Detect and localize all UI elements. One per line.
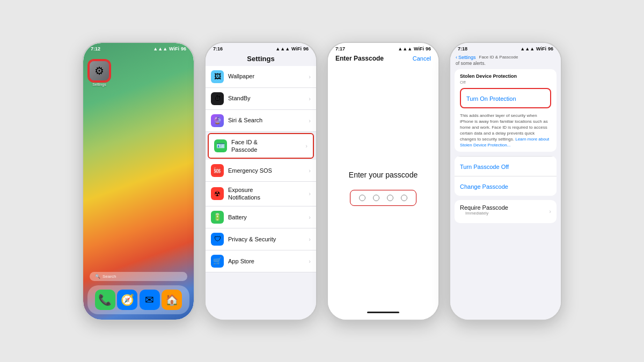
passcode-body: Enter your passcode: [328, 65, 438, 312]
battery-icon-2: 96: [303, 46, 309, 51]
settings-item-exposure[interactable]: ☢ ExposureNotifications ›: [206, 182, 316, 206]
passcode-cancel-btn[interactable]: Cancel: [413, 55, 431, 62]
faceid-settings-content: 7:18 ▲▲▲ WiFi 96 ‹ Settings Face ID & Pa…: [450, 43, 561, 320]
appstore-icon: 🛒: [211, 255, 224, 268]
home-icons-grid: ⚙ Settings: [83, 53, 194, 272]
exposure-label: ExposureNotifications: [228, 186, 309, 202]
screenshots-row: 7:12 ▲▲▲ WiFi 96 ⚙ Settings 🔍 Search: [71, 31, 573, 331]
require-passcode-label: Require Passcode: [460, 204, 508, 211]
privacy-label: Privacy & Security: [228, 235, 309, 243]
settings-item-appstore[interactable]: 🛒 App Store ›: [206, 250, 316, 272]
require-passcode-block: Require Passcode Immediately ›: [455, 200, 557, 223]
phone-4-faceid-settings: 7:18 ▲▲▲ WiFi 96 ‹ Settings Face ID & Pa…: [449, 42, 562, 321]
settings-item-wallpaper[interactable]: 🖼 Wallpaper ›: [206, 66, 316, 88]
faceid-subtitle: of some alerts.: [456, 61, 555, 66]
signal-icon-4: ▲▲▲: [520, 46, 535, 51]
search-bar[interactable]: 🔍 Search: [90, 272, 187, 281]
siri-chevron: ›: [309, 117, 311, 124]
require-passcode-sublabel: Immediately: [460, 211, 508, 219]
turn-on-btn-label: Turn On Protection: [466, 95, 516, 102]
settings-item-faceid[interactable]: 🪪 Face ID &Passcode ›: [208, 133, 314, 159]
turn-passcode-off-btn[interactable]: Turn Passcode Off: [455, 156, 557, 176]
settings-item-battery[interactable]: 🔋 Battery ›: [206, 206, 316, 228]
battery-icon-1: 96: [181, 46, 186, 51]
standby-label: StandBy: [228, 94, 309, 102]
time-3: 7:17: [335, 46, 345, 51]
phone-app[interactable]: 📞: [95, 290, 115, 310]
home-indicator-3: [367, 312, 399, 313]
home-app[interactable]: 🏠: [162, 290, 182, 310]
passcode-prompt: Enter your passcode: [349, 171, 418, 179]
phone-2-settings: 7:16 ▲▲▲ WiFi 96 Settings 🖼 Wallpaper › …: [204, 42, 317, 321]
time-2: 7:16: [213, 46, 223, 51]
require-passcode-row[interactable]: Require Passcode Immediately ›: [455, 200, 557, 223]
faceid-label: Face ID &Passcode: [231, 138, 305, 154]
require-passcode-info: Require Passcode Immediately: [460, 204, 508, 219]
passcode-dot-1: [359, 195, 365, 201]
exposure-icon: ☢: [211, 187, 224, 200]
faceid-body: Stolen Device Protection Off Turn On Pro…: [450, 69, 561, 320]
turn-on-protection-btn[interactable]: Turn On Protection: [460, 88, 551, 108]
settings-item-siri[interactable]: 🔮 Siri & Search ›: [206, 110, 316, 132]
wifi-icon-4: WiFi: [536, 46, 546, 51]
wallpaper-chevron: ›: [309, 73, 311, 80]
battery-icon-3: 96: [426, 46, 431, 51]
protection-description: This adds another layer of security when…: [455, 113, 557, 152]
status-icons-1: ▲▲▲ WiFi 96: [153, 46, 186, 51]
stolen-protection-status: Off: [455, 80, 557, 88]
settings-nav-title: Settings: [206, 53, 316, 66]
signal-icon-3: ▲▲▲: [398, 46, 412, 51]
settings-app-label: Settings: [92, 83, 106, 86]
mail-app[interactable]: ✉: [140, 290, 160, 310]
home-content: 7:12 ▲▲▲ WiFi 96 ⚙ Settings 🔍 Search: [83, 43, 194, 320]
safari-app[interactable]: 🧭: [117, 290, 137, 310]
standby-icon: ⏱: [211, 92, 224, 105]
breadcrumb[interactable]: ‹ Settings Face ID & Passcode: [456, 55, 555, 60]
settings-item-privacy[interactable]: 🛡 Privacy & Security ›: [206, 228, 316, 250]
settings-app-icon[interactable]: ⚙: [89, 60, 110, 82]
settings-app[interactable]: ⚙ Settings: [89, 60, 110, 86]
settings-item-sos[interactable]: 🆘 Emergency SOS ›: [206, 160, 316, 182]
battery-icon: 🔋: [211, 211, 224, 224]
passcode-dots-container: [350, 190, 416, 206]
signal-icon-2: ▲▲▲: [275, 46, 290, 51]
appstore-chevron: ›: [309, 258, 311, 264]
stolen-protection-title: Stolen Device Protection: [455, 69, 557, 80]
sos-label: Emergency SOS: [228, 167, 309, 174]
passcode-dot-2: [373, 195, 379, 201]
faceid-chevron: ›: [305, 143, 308, 149]
breadcrumb-separator: Face ID & Passcode: [479, 55, 518, 60]
sos-icon: 🆘: [211, 164, 224, 177]
battery-icon-4: 96: [548, 46, 553, 51]
settings-item-standby[interactable]: ⏱ StandBy ›: [206, 88, 316, 110]
faceid-icon: 🪪: [214, 139, 227, 152]
change-passcode-btn[interactable]: Change Passcode: [455, 176, 557, 196]
wallpaper-icon: 🖼: [211, 70, 224, 83]
breadcrumb-settings: Settings: [458, 55, 476, 60]
dock: 📞 🧭 ✉ 🏠: [87, 285, 189, 314]
turn-passcode-off-label: Turn Passcode Off: [460, 164, 509, 170]
change-passcode-label: Change Passcode: [460, 183, 508, 190]
passcode-content: 7:17 ▲▲▲ WiFi 96 Enter Passcode Cancel E…: [328, 43, 438, 320]
settings-list: 🖼 Wallpaper › ⏱ StandBy › 🔮 Siri & Searc…: [206, 66, 316, 320]
battery-chevron: ›: [309, 214, 311, 220]
status-icons-4: ▲▲▲ WiFi 96: [520, 46, 553, 51]
privacy-chevron: ›: [309, 236, 311, 242]
phone-1-home: 7:12 ▲▲▲ WiFi 96 ⚙ Settings 🔍 Search: [82, 42, 195, 321]
search-icon: 🔍: [95, 274, 100, 279]
wallpaper-label: Wallpaper: [228, 72, 309, 80]
settings-content: 7:16 ▲▲▲ WiFi 96 Settings 🖼 Wallpaper › …: [206, 43, 316, 320]
status-bar-2: 7:16 ▲▲▲ WiFi 96: [206, 43, 316, 53]
wifi-icon-2: WiFi: [291, 46, 302, 51]
exposure-chevron: ›: [309, 190, 311, 197]
status-bar-1: 7:12 ▲▲▲ WiFi 96: [83, 43, 194, 53]
standby-chevron: ›: [309, 95, 311, 102]
passcode-nav: Enter Passcode Cancel: [328, 53, 438, 65]
stolen-protection-block: Stolen Device Protection Off Turn On Pro…: [455, 69, 557, 152]
passcode-nav-title: Enter Passcode: [335, 55, 384, 62]
status-icons-2: ▲▲▲ WiFi 96: [275, 46, 309, 51]
status-bar-4: 7:18 ▲▲▲ WiFi 96: [450, 43, 561, 53]
status-bar-3: 7:17 ▲▲▲ WiFi 96: [328, 43, 438, 53]
privacy-icon: 🛡: [211, 233, 224, 246]
appstore-label: App Store: [228, 257, 309, 265]
